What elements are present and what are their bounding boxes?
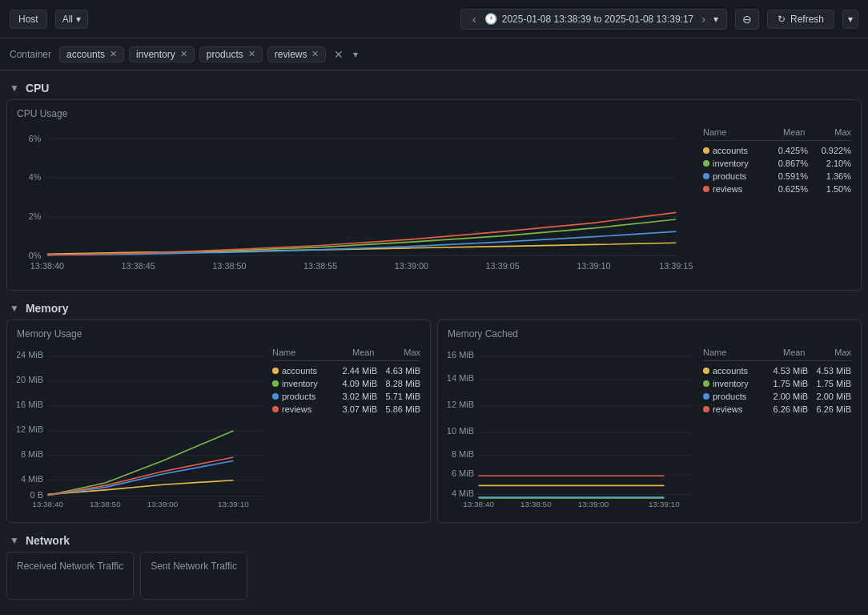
svg-text:10 MiB: 10 MiB <box>448 426 474 436</box>
cpu-section-header[interactable]: ▼ CPU <box>6 77 862 99</box>
refresh-button[interactable]: ↻ Refresh <box>767 10 834 29</box>
cpu-chart-area: 6% 4% 2% 0% <box>17 126 851 282</box>
cpu-reviews-mean: 0.625% <box>764 184 808 194</box>
mem-usage-max-hdr: Max <box>376 348 420 357</box>
filter-bar: Container accounts ✕ inventory ✕ product… <box>0 38 868 70</box>
filter-tag-inventory-remove[interactable]: ✕ <box>180 49 187 59</box>
host-button[interactable]: Host <box>10 10 47 29</box>
memory-cached-inner: 16 MiB 14 MiB 12 MiB 10 MiB 8 MiB 6 MiB … <box>448 346 851 514</box>
cpu-reviews-max: 1.50% <box>811 184 851 194</box>
top-bar: Host All ▾ ‹ 🕐 2025-01-08 13:38:39 to 20… <box>0 0 868 38</box>
filter-expand-button[interactable]: ▾ <box>353 49 358 60</box>
memc-products-max: 2.00 MiB <box>811 392 851 401</box>
mem-usage-mean-hdr: Mean <box>331 348 375 357</box>
svg-text:6%: 6% <box>29 134 42 143</box>
cpu-reviews-name: reviews <box>713 184 761 194</box>
time-range-text: 2025-01-08 13:38:39 to 2025-01-08 13:39:… <box>502 14 694 25</box>
mem-reviews-max: 5.86 MiB <box>380 404 420 414</box>
cpu-inventory-name: inventory <box>713 159 761 168</box>
svg-text:4 MiB: 4 MiB <box>452 488 474 498</box>
filter-tag-accounts-label: accounts <box>66 49 105 60</box>
memc-products-name: products <box>713 392 761 401</box>
cpu-chart-canvas: 6% 4% 2% 0% <box>17 126 693 282</box>
mem-cached-max-hdr: Max <box>807 348 851 357</box>
memory-chevron-icon: ▼ <box>10 303 19 314</box>
cpu-legend-inventory: inventory 0.867% 2.10% <box>703 157 851 170</box>
cpu-chart-container: CPU Usage 6% 4% 2% 0% <box>6 99 862 291</box>
filter-tag-accounts: accounts ✕ <box>59 46 124 62</box>
memory-usage-title: Memory Usage <box>17 328 420 340</box>
mem-cached-products: products 2.00 MiB 2.00 MiB <box>703 390 851 403</box>
filter-clear-button[interactable]: ✕ <box>331 48 347 61</box>
memory-usage-legend: Name Mean Max accounts 2.44 MiB 4.63 MiB… <box>272 346 420 514</box>
memory-charts-row: Memory Usage 24 MiB 20 MiB 16 MiB 12 MiB… <box>6 320 862 523</box>
mem-products-dot <box>272 393 279 400</box>
memc-products-dot <box>703 393 709 400</box>
zoom-out-button[interactable]: ⊖ <box>735 9 759 30</box>
memory-cached-svg: 16 MiB 14 MiB 12 MiB 10 MiB 8 MiB 6 MiB … <box>448 346 695 514</box>
svg-text:14 MiB: 14 MiB <box>448 373 474 383</box>
time-next-button[interactable]: › <box>698 13 709 26</box>
filter-tag-products-remove[interactable]: ✕ <box>248 49 255 59</box>
svg-text:13:38:50: 13:38:50 <box>90 500 121 508</box>
received-traffic-title: Received Network Traffic <box>17 561 123 572</box>
svg-text:0%: 0% <box>29 251 42 260</box>
filter-tag-reviews-label: reviews <box>275 49 307 60</box>
refresh-dropdown-button[interactable]: ▾ <box>842 10 858 29</box>
network-charts-row: Received Network Traffic Sent Network Tr… <box>6 552 862 600</box>
cpu-legend-header: Name Mean Max <box>703 126 851 141</box>
filter-tag-products: products ✕ <box>199 46 263 62</box>
mem-cached-mean-hdr: Mean <box>762 348 806 357</box>
time-range-selector[interactable]: ‹ 🕐 2025-01-08 13:38:39 to 2025-01-08 13… <box>460 9 727 30</box>
memc-reviews-name: reviews <box>713 404 761 414</box>
svg-text:12 MiB: 12 MiB <box>448 400 474 409</box>
mem-cached-inventory: inventory 1.75 MiB 1.75 MiB <box>703 377 851 390</box>
svg-text:13:38:40: 13:38:40 <box>463 500 494 508</box>
svg-text:0 B: 0 B <box>30 490 44 500</box>
clock-icon: 🕐 <box>484 13 497 25</box>
cpu-legend: Name Mean Max accounts 0.425% 0.922% inv… <box>703 126 851 282</box>
all-button[interactable]: All ▾ <box>55 10 88 29</box>
time-dropdown-icon: ▾ <box>713 14 718 25</box>
svg-text:8 MiB: 8 MiB <box>452 449 474 459</box>
filter-tag-accounts-remove[interactable]: ✕ <box>110 49 117 59</box>
mem-accounts-dot <box>272 368 279 374</box>
svg-text:13:38:50: 13:38:50 <box>212 261 246 271</box>
cpu-chart-title: CPU Usage <box>17 108 851 119</box>
received-traffic-panel: Received Network Traffic <box>6 552 134 600</box>
svg-text:13:39:10: 13:39:10 <box>649 500 680 508</box>
time-prev-button[interactable]: ‹ <box>469 13 480 26</box>
svg-text:13:39:00: 13:39:00 <box>395 261 428 271</box>
refresh-icon: ↻ <box>778 14 786 25</box>
svg-text:13:38:40: 13:38:40 <box>32 500 63 508</box>
filter-tag-inventory: inventory ✕ <box>129 46 195 62</box>
mem-accounts-max: 4.63 MiB <box>380 366 420 376</box>
svg-text:13:38:40: 13:38:40 <box>30 261 64 271</box>
svg-text:12 MiB: 12 MiB <box>17 424 43 434</box>
mem-reviews-mean: 3.07 MiB <box>333 404 377 414</box>
memory-section-label: Memory <box>26 302 69 315</box>
network-section-label: Network <box>26 534 70 547</box>
svg-text:20 MiB: 20 MiB <box>17 375 43 384</box>
mem-usage-products: products 3.02 MiB 5.71 MiB <box>272 390 420 403</box>
container-filter-label: Container <box>10 49 51 60</box>
memc-inventory-mean: 1.75 MiB <box>764 379 808 388</box>
svg-text:8 MiB: 8 MiB <box>21 449 43 459</box>
cpu-legend-name-header: Name <box>703 127 759 137</box>
memc-accounts-dot <box>703 368 709 374</box>
svg-text:13:38:45: 13:38:45 <box>122 261 155 271</box>
memory-section-header[interactable]: ▼ Memory <box>6 297 862 320</box>
filter-tag-inventory-label: inventory <box>136 49 175 60</box>
cpu-chevron-icon: ▼ <box>10 82 19 94</box>
mem-usage-reviews: reviews 3.07 MiB 5.86 MiB <box>272 403 420 416</box>
network-section-header[interactable]: ▼ Network <box>6 529 862 552</box>
cpu-svg: 6% 4% 2% 0% <box>17 126 693 282</box>
memory-cached-title: Memory Cached <box>448 328 851 340</box>
filter-tag-reviews-remove[interactable]: ✕ <box>311 49 319 59</box>
sent-traffic-panel: Sent Network Traffic <box>140 552 247 600</box>
memc-reviews-max: 6.26 MiB <box>811 404 851 414</box>
cpu-legend-accounts: accounts 0.425% 0.922% <box>703 144 851 157</box>
mem-usage-accounts: accounts 2.44 MiB 4.63 MiB <box>272 364 420 377</box>
mem-reviews-name: reviews <box>282 404 330 414</box>
svg-text:6 MiB: 6 MiB <box>452 468 474 478</box>
